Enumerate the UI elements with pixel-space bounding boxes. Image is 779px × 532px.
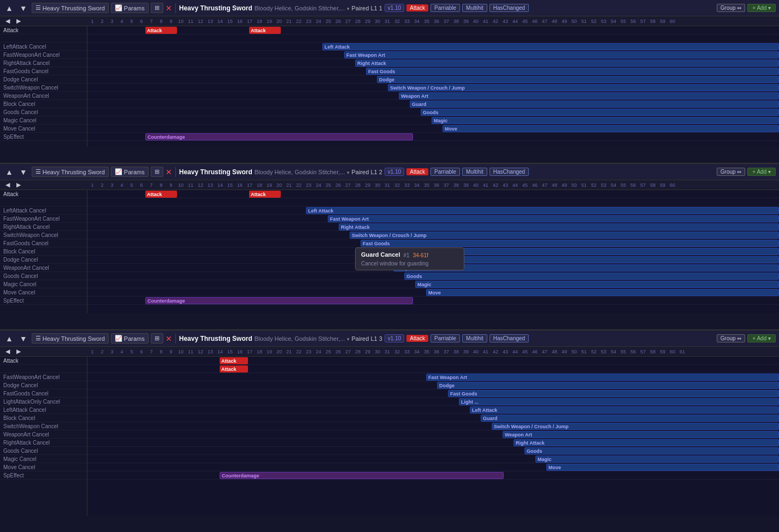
close-btn-2[interactable]: ✕ [166, 168, 172, 176]
move-block-3[interactable]: Move [546, 464, 779, 471]
add-btn-2[interactable]: + Add ▾ [747, 168, 776, 176]
track-rightattack-3[interactable]: Right Attack [87, 439, 779, 447]
add-btn-1[interactable]: + Add ▾ [747, 4, 776, 12]
params-btn-3[interactable]: 📈 Params [111, 333, 149, 344]
weaponart-block-2[interactable]: Weapon Art [393, 264, 779, 271]
track-magic-2[interactable]: Magic [87, 280, 779, 288]
move-up-btn-1[interactable]: ▲ [3, 3, 15, 14]
track-weaponart-2[interactable]: Weapon Art [87, 264, 779, 272]
track-dodge-3[interactable]: Dodge [87, 381, 779, 389]
track-fastgoods-3[interactable]: Fast Goods [87, 389, 779, 398]
track-weaponart-1[interactable]: Weapon Art [87, 92, 779, 100]
block-block-3[interactable]: Guard [481, 415, 779, 422]
params-btn-1[interactable]: 📈 Params [111, 3, 149, 13]
weaponart-block-1[interactable]: Weapon Art [399, 92, 779, 99]
tag-haschanged-3[interactable]: HasChanged [489, 334, 529, 342]
track-block-1[interactable]: Guard [87, 100, 779, 108]
move-up-btn-2[interactable]: ▲ [3, 167, 15, 178]
move-down-btn-1[interactable]: ▼ [17, 3, 29, 14]
dodge-block-2[interactable]: Dodge [382, 256, 779, 263]
leftattack-block-3[interactable]: Left Attack [470, 406, 779, 413]
attack-block-1a[interactable]: Attack [145, 27, 177, 34]
fastweapon-block-2[interactable]: Fast Weapon Art [328, 215, 779, 222]
track-move-1[interactable]: Move [87, 125, 779, 133]
prev-frame-3[interactable]: ◀ [3, 347, 12, 356]
track-leftattack-3[interactable]: Left Attack [87, 406, 779, 414]
track-fastgoods-1[interactable]: Fast Goods [87, 67, 779, 75]
fastweapon-block-1[interactable]: Fast Weapon Art [344, 51, 779, 58]
track-goods-3[interactable]: Goods [87, 447, 779, 455]
tag-attack-1[interactable]: Attack [406, 4, 428, 11]
attack-block-3a[interactable]: Attack [220, 357, 248, 364]
track-dodge-1[interactable]: Dodge [87, 75, 779, 84]
counterdamage-block-3[interactable]: Counterdamage [220, 472, 504, 479]
group-btn-1[interactable]: Group ⇔ [717, 4, 746, 12]
subtitle-dropdown-3[interactable]: ▾ [347, 336, 350, 342]
add-btn-3[interactable]: + Add ▾ [747, 334, 776, 342]
grid-btn-2[interactable]: ⊞ [151, 167, 163, 177]
goods-block-3[interactable]: Goods [524, 447, 779, 454]
track-attack-3b[interactable]: Attack [87, 365, 779, 373]
blockcancel-block-1[interactable]: Guard [410, 101, 779, 108]
next-frame-2[interactable]: ▶ [14, 180, 23, 190]
track-speffect-1[interactable]: Counterdamage [87, 133, 779, 141]
tag-attack-2[interactable]: Attack [406, 168, 428, 175]
move-down-btn-3[interactable]: ▼ [17, 333, 29, 344]
grid-btn-1[interactable]: ⊞ [151, 3, 163, 13]
dodge-block-3[interactable]: Dodge [437, 382, 779, 389]
track-goods-1[interactable]: Goods [87, 108, 779, 116]
magic-block-3[interactable]: Magic [535, 456, 779, 463]
subtitle-dropdown-1[interactable]: ▾ [347, 6, 350, 11]
track-dodge-2[interactable]: Dodge [87, 256, 779, 264]
track-fastgoods-2[interactable]: Fast Goods [87, 239, 779, 247]
track-block-3[interactable]: Guard [87, 414, 779, 422]
track-leftattack-2[interactable]: Left Attack [87, 206, 779, 215]
next-frame-1[interactable]: ▶ [14, 16, 23, 26]
track-attack-3a[interactable]: Attack [87, 357, 779, 365]
track-switchweapon-2[interactable]: Switch Weapon / Crouch / Jump [87, 231, 779, 239]
tag-attack-3[interactable]: Attack [406, 335, 428, 342]
counterdamage-block-1[interactable]: Counterdamage [145, 133, 413, 140]
close-btn-1[interactable]: ✕ [166, 4, 172, 13]
track-lightattack-3[interactable]: Light ... [87, 398, 779, 406]
tag-multihit-2[interactable]: Multihit [462, 168, 487, 176]
track-goods-2[interactable]: Goods [87, 272, 779, 280]
track-fastweapon-2[interactable]: Fast Weapon Art [87, 215, 779, 223]
track-move-2[interactable]: Move [87, 288, 779, 297]
move-block-2[interactable]: Move [426, 289, 779, 296]
track-move-3[interactable]: Move [87, 463, 779, 471]
attack-block-1b[interactable]: Attack [249, 27, 281, 34]
magic-block-1[interactable]: Magic [432, 117, 779, 124]
switchweapon-block-1[interactable]: Switch Weapon / Crouch / Jump [388, 84, 779, 91]
track-switchweapon-3[interactable]: Switch Weapon / Crouch / Jump [87, 422, 779, 430]
tag-multihit-3[interactable]: Multihit [462, 334, 487, 342]
move-block-1[interactable]: Move [442, 125, 779, 132]
track-leftattack-1[interactable]: Left Attack [87, 43, 779, 51]
switchweapon-block-2[interactable]: Switch Weapon / Crouch / Jump [350, 232, 779, 239]
track-block-2[interactable]: Guard [87, 247, 779, 256]
track-fastweapon-3[interactable]: Fast Weapon Art [87, 373, 779, 381]
group-btn-3[interactable]: Group ⇔ [717, 334, 746, 342]
switchweapon-block-3[interactable]: Switch Weapon / Crouch / Jump [492, 423, 779, 430]
track-speffect-2[interactable]: Counterdamage [87, 297, 779, 305]
goods-block-1[interactable]: Goods [421, 109, 779, 116]
tag-parriable-1[interactable]: Parriable [430, 4, 460, 12]
details-btn-2[interactable]: ☰ Heavy Thrusting Sword [32, 167, 109, 177]
prev-frame-1[interactable]: ◀ [3, 16, 12, 26]
track-switchweapon-1[interactable]: Switch Weapon / Crouch / Jump [87, 84, 779, 92]
subtitle-dropdown-2[interactable]: ▾ [347, 170, 350, 175]
goods-block-2[interactable]: Goods [404, 273, 779, 280]
weaponart-block-3[interactable]: Weapon Art [503, 431, 779, 438]
fastgoods-block-3[interactable]: Fast Goods [448, 390, 779, 397]
leftattack-block-2[interactable]: Left Attack [306, 207, 779, 214]
track-attack-1[interactable]: Attack Attack [87, 26, 779, 34]
track-attack-2[interactable]: Attack Attack [87, 190, 779, 198]
counterdamage-block-2[interactable]: Counterdamage [145, 297, 413, 304]
rightattack-block-1[interactable]: Right Attack [355, 60, 779, 67]
track-fastweapon-1[interactable]: Fast Weapon Art [87, 51, 779, 59]
lightattack-block-3[interactable]: Light ... [459, 398, 779, 405]
fastgoods-block-1[interactable]: Fast Goods [366, 68, 779, 75]
tag-parriable-3[interactable]: Parriable [430, 334, 460, 342]
tag-haschanged-1[interactable]: HasChanged [489, 4, 529, 12]
details-btn-3[interactable]: ☰ Heavy Thrusting Sword [32, 333, 109, 344]
